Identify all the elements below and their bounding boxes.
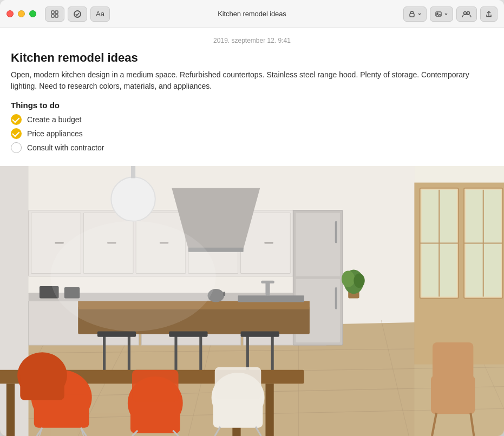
check-button[interactable] xyxy=(68,6,87,22)
titlebar: Aa Kitchen remodel ideas xyxy=(0,0,504,28)
svg-rect-50 xyxy=(296,213,339,276)
svg-rect-57 xyxy=(131,166,135,178)
svg-point-9 xyxy=(467,11,470,14)
svg-rect-53 xyxy=(335,287,337,309)
svg-rect-109 xyxy=(223,292,225,296)
todo-list: Create a budget Price appliances Consult… xyxy=(11,114,493,153)
svg-point-101 xyxy=(342,270,355,287)
svg-rect-1 xyxy=(55,11,58,14)
svg-rect-40 xyxy=(55,242,63,244)
svg-rect-106 xyxy=(265,282,270,295)
svg-point-111 xyxy=(50,221,216,332)
image-button[interactable] xyxy=(430,6,453,22)
svg-rect-52 xyxy=(335,221,337,243)
close-button[interactable] xyxy=(6,10,14,17)
svg-rect-84 xyxy=(20,373,64,400)
todo-item-3: Consult with contractor xyxy=(11,142,493,153)
svg-rect-76 xyxy=(265,384,273,436)
svg-rect-0 xyxy=(51,11,54,14)
svg-point-102 xyxy=(354,274,364,288)
kitchen-image xyxy=(0,166,504,436)
note-title: Kitchen remodel ideas xyxy=(11,51,493,65)
collab-button[interactable] xyxy=(456,6,477,22)
minimize-button[interactable] xyxy=(18,10,25,17)
svg-rect-3 xyxy=(55,15,58,17)
svg-rect-44 xyxy=(264,242,273,244)
svg-point-4 xyxy=(74,11,81,17)
checkbox-3[interactable] xyxy=(11,142,22,153)
toolbar-right xyxy=(403,6,498,22)
window-title: Kitchen remodel ideas xyxy=(218,10,286,18)
svg-rect-107 xyxy=(261,281,274,283)
svg-rect-2 xyxy=(51,15,54,17)
todo-label-1: Create a budget xyxy=(27,115,81,124)
note-content: 2019. szeptember 12. 9:41 Kitchen remode… xyxy=(0,28,504,436)
svg-rect-62 xyxy=(97,332,136,337)
svg-rect-87 xyxy=(132,370,179,402)
font-button[interactable]: Aa xyxy=(90,6,110,22)
traffic-lights xyxy=(6,10,36,17)
toolbar-left: Aa xyxy=(45,6,110,22)
svg-point-56 xyxy=(111,177,155,221)
share-button[interactable] xyxy=(480,6,498,22)
checkbox-2[interactable] xyxy=(11,128,22,139)
note-date: 2019. szeptember 12. 9:41 xyxy=(11,37,493,44)
svg-rect-86 xyxy=(130,398,180,433)
svg-rect-70 xyxy=(241,332,279,337)
note-body: Open, modern kitchen design in a medium … xyxy=(11,69,493,92)
note-area: 2019. szeptember 12. 9:41 Kitchen remode… xyxy=(0,28,504,166)
svg-rect-110 xyxy=(414,166,504,436)
svg-rect-91 xyxy=(213,395,263,428)
lock-button[interactable] xyxy=(403,6,427,22)
app-window: Aa Kitchen remodel ideas xyxy=(0,0,504,436)
svg-rect-105 xyxy=(238,295,304,302)
section-heading: Things to do xyxy=(11,101,493,110)
todo-item-2: Price appliances xyxy=(11,128,493,139)
todo-label-2: Price appliances xyxy=(27,129,83,138)
grid-view-button[interactable] xyxy=(45,6,64,22)
svg-rect-73 xyxy=(6,384,15,436)
todo-item-1: Create a budget xyxy=(11,114,493,125)
todo-label-3: Consult with contractor xyxy=(27,143,104,152)
checkbox-1[interactable] xyxy=(11,114,22,125)
maximize-button[interactable] xyxy=(29,10,36,17)
svg-rect-66 xyxy=(169,332,207,337)
svg-point-8 xyxy=(464,11,467,14)
svg-rect-5 xyxy=(410,14,414,17)
svg-rect-92 xyxy=(215,367,261,399)
